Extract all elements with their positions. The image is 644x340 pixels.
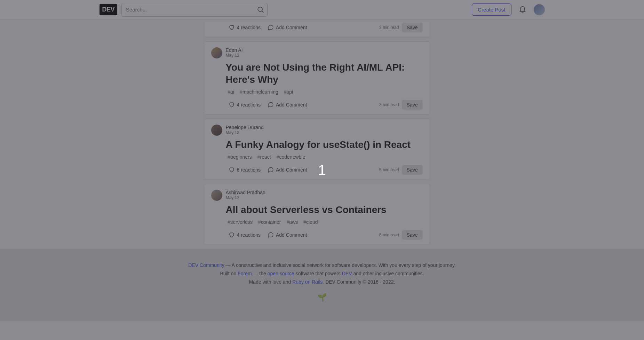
footer-link-dev[interactable]: DEV <box>342 271 352 276</box>
reactions-button[interactable]: 4 reactions <box>226 230 263 240</box>
heart-icon <box>229 167 235 173</box>
footer-text: software that powers <box>294 271 342 276</box>
card-right-actions: 3 min read Save <box>379 100 423 110</box>
reactions-count: 4 reactions <box>237 102 261 108</box>
author-name[interactable]: Ashirwad Pradhan <box>226 190 265 195</box>
post-card: Eden AI May 12 You are Not Using the Rig… <box>204 41 430 114</box>
leaf-icon: 🌱 <box>317 291 327 304</box>
card-left-actions: 4 reactions Add Comment <box>226 100 310 110</box>
card-actions-row: 4 reactions Add Comment 3 min read Save <box>226 100 423 110</box>
post-card: Penelope Durand May 13 A Funky Analogy f… <box>204 119 430 180</box>
card-body: 4 reactions Add Comment 3 min read Save <box>211 22 423 33</box>
create-post-button[interactable]: Create Post <box>472 3 511 16</box>
search-icon <box>257 6 264 14</box>
tag[interactable]: #beginners <box>226 153 254 160</box>
heart-icon <box>229 24 235 31</box>
tag[interactable]: #ai <box>226 88 237 95</box>
post-date[interactable]: May 12 <box>226 195 265 200</box>
author-block: Penelope Durand May 13 <box>226 125 264 135</box>
post-title[interactable]: All about Serverless vs Containers <box>226 204 423 216</box>
user-avatar[interactable] <box>534 4 545 15</box>
footer-link-dev-community[interactable]: DEV Community <box>188 262 224 268</box>
tag[interactable]: #react <box>255 153 273 160</box>
svg-line-1 <box>262 11 263 13</box>
footer-text: Made with love and <box>249 279 293 285</box>
page-footer: DEV Community — A constructive and inclu… <box>0 249 644 321</box>
heart-icon <box>229 232 235 238</box>
save-button[interactable]: Save <box>402 23 423 32</box>
save-button[interactable]: Save <box>402 100 423 110</box>
card-actions-row: 6 reactions Add Comment 5 min read Save <box>226 165 423 175</box>
post-title[interactable]: A Funky Analogy for useState() in React <box>226 139 423 151</box>
post-card: 4 reactions Add Comment 3 min read Save <box>204 22 430 37</box>
post-date[interactable]: May 13 <box>226 130 264 135</box>
footer-text: . DEV Community © 2016 - 2022. <box>323 279 395 285</box>
author-name[interactable]: Penelope Durand <box>226 125 264 130</box>
comment-button[interactable]: Add Comment <box>265 22 310 33</box>
comment-icon <box>268 24 274 31</box>
search-input[interactable] <box>121 3 268 17</box>
main-content: 4 reactions Add Comment 3 min read Save <box>100 0 545 249</box>
footer-link-opensource[interactable]: open source <box>268 271 294 276</box>
tag[interactable]: #serverless <box>226 219 255 226</box>
card-left-actions: 4 reactions Add Comment <box>226 230 310 240</box>
tag[interactable]: #cloud <box>301 219 320 226</box>
comment-button[interactable]: Add Comment <box>265 100 310 110</box>
top-header: DEV Create Post <box>0 0 644 19</box>
tag[interactable]: #api <box>282 88 295 95</box>
notifications-button[interactable] <box>516 3 530 17</box>
read-time: 5 min read <box>379 167 399 172</box>
search-button[interactable] <box>255 4 266 15</box>
save-button[interactable]: Save <box>402 230 423 240</box>
author-avatar[interactable] <box>211 125 222 136</box>
comment-icon <box>268 232 274 238</box>
card-right-actions: 5 min read Save <box>379 165 423 175</box>
post-card: Ashirwad Pradhan May 12 All about Server… <box>204 184 430 245</box>
reactions-count: 4 reactions <box>237 25 261 30</box>
footer-line-2: Built on Forem — the open source softwar… <box>0 270 644 278</box>
tag-list: #serverless #container #aws #cloud <box>226 219 423 226</box>
footer-link-ruby[interactable]: Ruby on Rails <box>292 279 323 285</box>
post-date[interactable]: May 12 <box>226 53 243 58</box>
dev-logo[interactable]: DEV <box>100 4 118 15</box>
comment-button[interactable]: Add Comment <box>265 230 310 240</box>
comment-icon <box>268 167 274 173</box>
read-time: 3 min read <box>379 25 399 30</box>
tag[interactable]: #aws <box>284 219 300 226</box>
footer-text: and other inclusive communities. <box>352 271 424 276</box>
search-wrap <box>121 3 268 17</box>
save-button[interactable]: Save <box>402 165 423 175</box>
post-title[interactable]: You are Not Using the Right AI/ML API: H… <box>226 61 423 86</box>
tag[interactable]: #machinelearning <box>238 88 280 95</box>
card-right-actions: 3 min read Save <box>379 23 423 32</box>
comment-label: Add Comment <box>276 167 307 173</box>
card-meta: Penelope Durand May 13 <box>211 125 423 136</box>
reactions-count: 6 reactions <box>237 167 261 173</box>
comment-button[interactable]: Add Comment <box>265 165 310 175</box>
read-time: 6 min read <box>379 232 399 237</box>
comment-label: Add Comment <box>276 25 307 30</box>
reactions-count: 4 reactions <box>237 232 261 238</box>
comment-label: Add Comment <box>276 232 307 238</box>
reactions-button[interactable]: 4 reactions <box>226 100 263 110</box>
card-body: A Funky Analogy for useState() in React … <box>211 139 423 175</box>
reactions-button[interactable]: 4 reactions <box>226 22 263 33</box>
author-avatar[interactable] <box>211 190 222 201</box>
comment-label: Add Comment <box>276 102 307 108</box>
reactions-button[interactable]: 6 reactions <box>226 165 263 175</box>
footer-line-1: DEV Community — A constructive and inclu… <box>0 261 644 270</box>
tag[interactable]: #codenewbie <box>275 153 308 160</box>
tag-list: #beginners #react #codenewbie <box>226 153 423 160</box>
tag-list: #ai #machinelearning #api <box>226 88 423 95</box>
footer-link-forem[interactable]: Forem <box>238 271 252 276</box>
card-meta: Ashirwad Pradhan May 12 <box>211 190 423 201</box>
svg-point-0 <box>258 7 262 11</box>
comment-icon <box>268 102 274 108</box>
feed-column: 4 reactions Add Comment 3 min read Save <box>204 19 430 249</box>
tag[interactable]: #container <box>256 219 283 226</box>
author-block: Ashirwad Pradhan May 12 <box>226 190 265 200</box>
author-name[interactable]: Eden AI <box>226 47 243 53</box>
footer-text: — the <box>252 271 268 276</box>
footer-text: Built on <box>220 271 238 276</box>
author-avatar[interactable] <box>211 47 222 58</box>
